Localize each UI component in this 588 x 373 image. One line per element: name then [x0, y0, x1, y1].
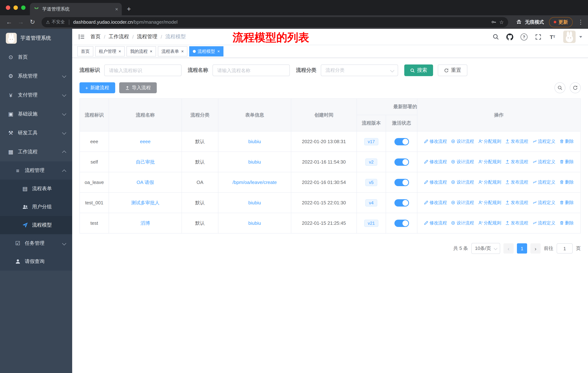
sidebar-item-process-form[interactable]: ▤ 流程表单 — [0, 180, 72, 198]
form-link[interactable]: biubiu — [248, 200, 261, 205]
avatar-dropdown-caret[interactable] — [579, 36, 582, 38]
publish-process-link[interactable]: 发布流程 — [505, 159, 528, 165]
delete-link[interactable]: 删除 — [560, 200, 574, 206]
process-name-input[interactable] — [212, 64, 290, 76]
browser-tab[interactable]: 芋道管理系统 × — [30, 3, 122, 15]
sidebar-item-leave-query[interactable]: 请假查询 — [0, 252, 72, 271]
process-definition-link[interactable]: 流程定义 — [532, 138, 555, 145]
sidebar-item-dev-tools[interactable]: ⚒ 研发工具 — [0, 123, 72, 142]
user-avatar[interactable] — [563, 30, 576, 43]
modify-process-link[interactable]: 修改流程 — [424, 138, 447, 145]
update-button[interactable]: 更新 — [549, 17, 573, 27]
help-icon[interactable]: ? — [521, 33, 527, 40]
app-logo[interactable]: 芋道管理系统 — [0, 29, 72, 48]
sidebar-item-home[interactable]: ⊙ 首页 — [0, 48, 72, 67]
tag-tenant-management[interactable]: 租户管理× — [95, 46, 125, 56]
process-id-input[interactable] — [104, 64, 181, 76]
form-link[interactable]: biubiu — [248, 139, 261, 144]
tab-close-icon[interactable]: × — [115, 6, 118, 12]
sidebar-item-workflow[interactable]: ▦ 工作流程 — [0, 142, 72, 161]
modify-process-link[interactable]: 修改流程 — [424, 200, 447, 206]
prev-page-button[interactable]: ‹ — [504, 243, 514, 253]
active-toggle[interactable] — [394, 220, 409, 227]
version-badge[interactable]: v17 — [364, 138, 378, 145]
design-process-link[interactable]: 设计流程 — [451, 179, 474, 185]
window-minimize-button[interactable] — [13, 5, 18, 10]
modify-process-link[interactable]: 修改流程 — [424, 220, 447, 226]
goto-page-input[interactable] — [557, 243, 573, 253]
design-process-link[interactable]: 设计流程 — [451, 138, 474, 145]
sidebar-item-process-model[interactable]: 流程模型 — [0, 216, 72, 234]
version-badge[interactable]: v5 — [365, 179, 377, 186]
assign-rule-link[interactable]: 分配规则 — [478, 179, 501, 185]
form-link[interactable]: biubiu — [248, 159, 261, 165]
active-toggle[interactable] — [394, 158, 409, 166]
reload-button[interactable]: ↻ — [28, 18, 37, 26]
delete-link[interactable]: 删除 — [560, 159, 574, 165]
password-key-icon[interactable] — [491, 19, 497, 25]
import-process-button[interactable]: 导入流程 — [119, 82, 157, 93]
breadcrumb-workflow[interactable]: 工作流程 — [109, 33, 129, 40]
window-zoom-button[interactable] — [21, 5, 26, 10]
next-page-button[interactable]: › — [530, 243, 541, 253]
modify-process-link[interactable]: 修改流程 — [424, 159, 447, 165]
page-number-1[interactable]: 1 — [517, 243, 527, 253]
model-name-link[interactable]: eeee — [140, 139, 151, 144]
model-name-link[interactable]: 测试多审批人 — [131, 200, 159, 205]
process-definition-link[interactable]: 流程定义 — [532, 220, 555, 226]
version-badge[interactable]: v21 — [364, 220, 378, 227]
create-process-button[interactable]: + 新建流程 — [79, 82, 115, 93]
model-name-link[interactable]: 自己审批 — [136, 159, 155, 164]
publish-process-link[interactable]: 发布流程 — [505, 200, 528, 206]
tag-process-model[interactable]: 流程模型× — [189, 46, 223, 56]
sidebar-item-task-management[interactable]: ☑ 任务管理 — [0, 234, 72, 252]
sidebar-item-user-group[interactable]: 用户分组 — [0, 198, 72, 216]
address-bar[interactable]: ⚠ 不安全 dashboard.yudao.iocoder.cn/bpm/man… — [42, 17, 508, 27]
reset-button[interactable]: 重置 — [438, 64, 467, 76]
toggle-search-button[interactable] — [555, 82, 565, 93]
version-badge[interactable]: v2 — [365, 158, 377, 166]
process-definition-link[interactable]: 流程定义 — [532, 179, 555, 185]
refresh-button[interactable] — [570, 82, 581, 93]
fullscreen-icon[interactable] — [535, 33, 542, 40]
design-process-link[interactable]: 设计流程 — [451, 200, 474, 206]
delete-link[interactable]: 删除 — [560, 220, 574, 226]
forward-button[interactable]: → — [16, 18, 26, 26]
form-link[interactable]: /bpm/oa/leave/create — [232, 180, 277, 185]
active-toggle[interactable] — [394, 138, 409, 145]
version-badge[interactable]: v4 — [365, 199, 377, 206]
process-category-select[interactable]: 流程分类 — [321, 64, 398, 76]
delete-link[interactable]: 删除 — [560, 179, 574, 185]
tag-my-process[interactable]: 我的流程× — [126, 46, 156, 56]
collapse-sidebar-icon[interactable] — [78, 33, 85, 40]
tag-close-icon[interactable]: × — [150, 49, 152, 54]
active-toggle[interactable] — [394, 179, 409, 186]
model-name-link[interactable]: 滔博 — [141, 220, 150, 226]
process-definition-link[interactable]: 流程定义 — [532, 159, 555, 165]
model-name-link[interactable]: OA 请假 — [136, 179, 154, 185]
assign-rule-link[interactable]: 分配规则 — [478, 200, 501, 206]
page-size-select[interactable]: 10条/页 — [471, 243, 500, 254]
back-button[interactable]: ← — [4, 18, 14, 26]
assign-rule-link[interactable]: 分配规则 — [478, 220, 501, 226]
assign-rule-link[interactable]: 分配规则 — [478, 159, 501, 165]
publish-process-link[interactable]: 发布流程 — [505, 220, 528, 226]
assign-rule-link[interactable]: 分配规则 — [478, 138, 501, 145]
tag-process-form[interactable]: 流程表单× — [158, 46, 187, 56]
design-process-link[interactable]: 设计流程 — [451, 159, 474, 165]
tag-home[interactable]: 首页 — [77, 46, 93, 56]
sidebar-item-infrastructure[interactable]: ▣ 基础设施 — [0, 105, 72, 123]
breadcrumb-process-management[interactable]: 流程管理 — [137, 33, 158, 40]
bookmark-star-icon[interactable]: ☆ — [499, 19, 504, 25]
window-close-button[interactable] — [6, 5, 10, 10]
search-button[interactable]: 搜索 — [404, 64, 433, 76]
publish-process-link[interactable]: 发布流程 — [505, 179, 528, 185]
modify-process-link[interactable]: 修改流程 — [424, 179, 447, 185]
sidebar-item-system-management[interactable]: ⚙ 系统管理 — [0, 67, 72, 86]
new-tab-button[interactable]: + — [127, 5, 131, 13]
delete-link[interactable]: 删除 — [560, 138, 574, 145]
sidebar-item-process-management[interactable]: ≡ 流程管理 — [0, 161, 72, 180]
font-size-icon[interactable]: TT — [549, 33, 556, 40]
tag-close-icon[interactable]: × — [118, 49, 121, 54]
security-indicator[interactable]: ⚠ 不安全 — [46, 19, 65, 25]
